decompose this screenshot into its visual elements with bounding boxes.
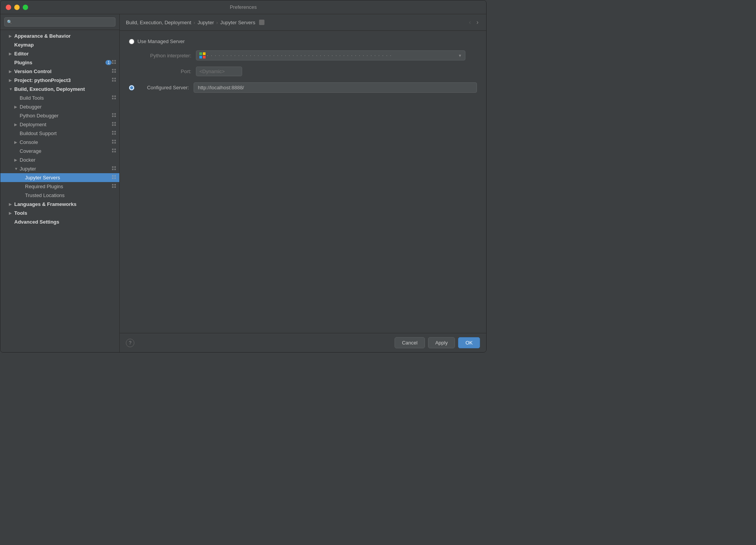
svg-rect-17 (114, 113, 116, 115)
svg-rect-8 (112, 78, 114, 79)
close-button[interactable] (6, 5, 11, 10)
search-box: 🔍 (0, 14, 119, 30)
sidebar-item-label: Trusted Locations (25, 192, 116, 198)
arrow-icon: ▶ (14, 140, 20, 144)
arrow-icon: ▶ (9, 78, 14, 82)
window-title: Preferences (230, 4, 257, 10)
sidebar-item-tools[interactable]: ▶Tools (0, 209, 119, 217)
sidebar-item-project[interactable]: ▶Project: pythonProject3 (0, 76, 119, 85)
content-header: Build, Execution, Deployment › Jupyter ›… (120, 14, 486, 31)
content-area: Build, Execution, Deployment › Jupyter ›… (120, 14, 486, 352)
svg-rect-13 (114, 95, 116, 97)
sidebar-item-label: Appearance & Behavior (14, 33, 116, 39)
sidebar-item-plugins[interactable]: Plugins1 (0, 58, 119, 67)
apply-button[interactable]: Apply (428, 337, 455, 348)
sidebar-item-trusted-locations[interactable]: Trusted Locations (0, 191, 119, 200)
sidebar-item-label: Buildout Support (20, 130, 112, 136)
sidebar-item-label: Jupyter Servers (25, 175, 112, 181)
nav-forward-button[interactable]: › (475, 18, 480, 27)
sidebar-item-label: Build, Execution, Deployment (14, 86, 116, 92)
search-icon: 🔍 (7, 20, 12, 25)
configured-server-input[interactable] (194, 82, 477, 93)
configured-server-label: Configured Server: (139, 85, 189, 90)
nav-back-button[interactable]: ‹ (467, 18, 472, 27)
sidebar-item-debugger[interactable]: ▶Debugger (0, 102, 119, 111)
sidebar-item-python-debugger[interactable]: Python Debugger (0, 111, 119, 120)
minimize-button[interactable] (14, 5, 20, 10)
breadcrumb-sep-2: › (216, 20, 218, 25)
python-interpreter-row: Python interpreter: (129, 50, 477, 60)
interpreter-dropdown-arrow: ▼ (458, 53, 462, 58)
sidebar-item-jupyter[interactable]: ▼Jupyter (0, 164, 119, 173)
arrow-icon: ▶ (14, 158, 20, 162)
cancel-button[interactable]: Cancel (395, 337, 425, 348)
sidebar-item-keymap[interactable]: Keymap (0, 40, 119, 49)
svg-rect-27 (114, 133, 116, 135)
sidebar-item-label: Editor (14, 51, 116, 57)
breadcrumb-part-2: Jupyter (197, 20, 214, 25)
breadcrumb-grid-icon (259, 20, 264, 25)
sidebar-item-buildout-support[interactable]: Buildout Support (0, 129, 119, 138)
ok-button[interactable]: OK (458, 337, 480, 348)
sidebar-item-jupyter-servers[interactable]: Jupyter Servers (0, 173, 119, 182)
sidebar-item-build-exec[interactable]: ▼Build, Execution, Deployment (0, 85, 119, 94)
arrow-icon: ▶ (9, 34, 14, 38)
svg-rect-36 (112, 166, 114, 168)
svg-rect-34 (112, 151, 114, 152)
sidebar-item-coverage[interactable]: Coverage (0, 147, 119, 155)
sidebar-item-label: Version Control (14, 69, 112, 74)
breadcrumb-part-1: Build, Execution, Deployment (126, 20, 191, 25)
svg-rect-16 (112, 113, 114, 115)
svg-rect-23 (114, 124, 116, 126)
sidebar-item-advanced-settings[interactable]: Advanced Settings (0, 217, 119, 226)
grid-icon (112, 60, 116, 65)
svg-rect-1 (114, 60, 116, 62)
help-button[interactable]: ? (126, 339, 134, 347)
managed-server-row: Use Managed Server (129, 38, 477, 44)
python-interpreter-select[interactable]: · · · · · · · · · · · · · · · · · · · · … (196, 50, 465, 60)
managed-server-label: Use Managed Server (137, 38, 185, 44)
managed-server-radio[interactable] (129, 39, 134, 44)
sidebar-item-docker[interactable]: ▶Docker (0, 155, 119, 164)
arrow-icon: ▶ (14, 122, 20, 127)
sidebar-item-label: Console (20, 139, 112, 145)
configured-server-radio[interactable] (129, 85, 134, 90)
sidebar-item-label: Coverage (20, 148, 112, 154)
grid-icon (112, 175, 116, 181)
svg-rect-11 (114, 80, 116, 82)
svg-rect-0 (112, 60, 114, 62)
grid-icon (112, 148, 116, 154)
svg-rect-25 (114, 131, 116, 132)
svg-rect-32 (112, 149, 114, 150)
badge: 1 (105, 60, 112, 65)
sidebar-item-appearance[interactable]: ▶Appearance & Behavior (0, 32, 119, 40)
interpreter-content: · · · · · · · · · · · · · · · · · · · · … (199, 52, 392, 59)
svg-rect-42 (112, 177, 114, 179)
sidebar-item-languages[interactable]: ▶Languages & Frameworks (0, 200, 119, 209)
svg-rect-4 (112, 69, 114, 70)
sidebar-item-label: Keymap (14, 42, 116, 48)
sidebar-item-console[interactable]: ▶Console (0, 138, 119, 147)
sidebar-item-label: Debugger (20, 104, 116, 110)
footer: ? Cancel Apply OK (120, 333, 486, 352)
svg-rect-24 (112, 131, 114, 132)
port-input[interactable] (196, 67, 242, 76)
grid-icon (112, 69, 116, 74)
sidebar-item-required-plugins[interactable]: Required Plugins (0, 182, 119, 191)
sidebar-item-build-tools[interactable]: Build Tools (0, 94, 119, 102)
configured-server-row: Configured Server: (129, 82, 477, 93)
svg-rect-30 (112, 142, 114, 144)
svg-rect-46 (112, 186, 114, 188)
sidebar-item-version-control[interactable]: ▶Version Control (0, 67, 119, 76)
arrow-icon: ▶ (9, 211, 14, 215)
sidebar-item-deployment[interactable]: ▶Deployment (0, 120, 119, 129)
svg-rect-10 (112, 80, 114, 82)
grid-icon (112, 95, 116, 101)
main-content: 🔍 ▶Appearance & BehaviorKeymap▶EditorPlu… (0, 14, 486, 352)
maximize-button[interactable] (23, 5, 28, 10)
sidebar-item-editor[interactable]: ▶Editor (0, 49, 119, 58)
search-input[interactable] (4, 17, 115, 27)
svg-rect-20 (112, 122, 114, 124)
sidebar-item-label: Docker (20, 157, 116, 163)
svg-rect-19 (114, 115, 116, 117)
